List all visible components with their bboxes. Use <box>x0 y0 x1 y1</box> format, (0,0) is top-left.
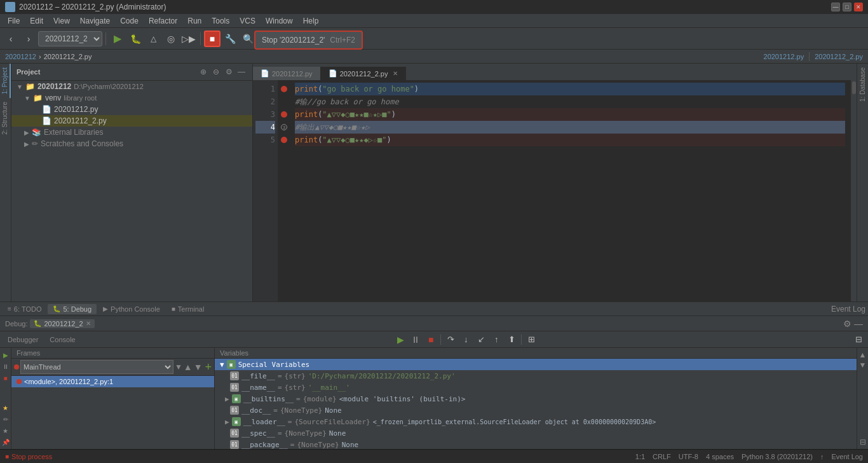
stop-debug-button[interactable]: ■ <box>424 333 438 347</box>
resume-button[interactable]: ▶ <box>393 333 407 347</box>
open-file-2-tab[interactable]: 20201212_2.py <box>815 53 863 60</box>
var-loader-expand[interactable]: ▶ <box>225 418 229 426</box>
console-tab[interactable]: Console <box>44 335 80 345</box>
menu-file[interactable]: File <box>3 15 25 27</box>
tree-expand-ext[interactable]: ▶ <box>24 129 29 136</box>
bottom-tab-todo[interactable]: ≡ 6: TODO <box>3 304 46 314</box>
profile-button[interactable]: ◎ <box>163 31 179 47</box>
project-panel-expand-all[interactable]: ⊕ <box>198 66 209 78</box>
debugger-tab[interactable]: Debugger <box>3 335 43 345</box>
step-out-button[interactable]: ↑ <box>489 333 503 347</box>
vtab-structure[interactable]: 2: Structure <box>0 98 11 139</box>
debug-panel-scroll-up[interactable]: ▲ <box>859 350 867 359</box>
bottom-tab-python-console[interactable]: ▶ Python Console <box>98 304 165 314</box>
bookmark-btn[interactable]: ★ <box>1 426 10 435</box>
debug-run-tab[interactable]: 🐛 20201212_2 ✕ <box>30 319 94 328</box>
menu-edit[interactable]: Edit <box>25 15 48 27</box>
run-config-button[interactable]: ▷▶ <box>180 31 197 47</box>
menu-tools[interactable]: Tools <box>207 15 234 27</box>
bottom-tab-terminal[interactable]: ■ Terminal <box>166 304 210 314</box>
var-file[interactable]: 01 __file__ = {str} 'D:/Pycharm/20201212… <box>215 370 857 382</box>
menu-help[interactable]: Help <box>298 15 324 27</box>
edit-btn[interactable]: ✏ <box>1 415 10 424</box>
editor-scrollbar[interactable] <box>850 80 857 301</box>
tree-file2[interactable]: 📄 20201212_2.py <box>11 115 252 127</box>
close-button[interactable]: ✕ <box>854 3 863 11</box>
var-spec[interactable]: 01 __spec__ = {NoneType} None <box>215 427 857 439</box>
forward-button[interactable]: › <box>20 31 37 47</box>
step-over-button[interactable]: ↷ <box>444 333 458 347</box>
bp-1[interactable] <box>278 83 290 95</box>
line-ending[interactable]: CRLF <box>653 453 671 460</box>
favorites-btn[interactable]: ★ <box>1 403 10 412</box>
step-into-button[interactable]: ↓ <box>459 333 473 347</box>
menu-vcs[interactable]: VCS <box>234 15 261 27</box>
process-stop-indicator[interactable]: ■ Stop process <box>5 453 52 460</box>
vtab-database[interactable]: 1: Database <box>858 64 867 106</box>
special-variables-item[interactable]: ▼ ▣ Special Variables <box>215 359 857 370</box>
debug-settings-btn[interactable]: ⊟ <box>851 333 865 347</box>
debug-panel-scroll-down[interactable]: ▼ <box>859 361 867 370</box>
tree-expand-root[interactable]: ▼ <box>17 83 23 90</box>
maximize-button[interactable]: □ <box>843 3 851 11</box>
debug-settings-icon[interactable]: ⚙ <box>843 319 851 329</box>
code-editor[interactable]: print("go back or go home") #输//go back … <box>290 80 850 301</box>
menu-code[interactable]: Code <box>115 15 144 27</box>
indent-setting[interactable]: 4 spaces <box>706 453 734 460</box>
debug-minimize-icon[interactable]: — <box>854 319 863 329</box>
run-button[interactable]: ▶ <box>109 31 126 47</box>
bp-3[interactable] <box>278 108 290 121</box>
editor-tab-2[interactable]: 📄 20201212_2.py ✕ <box>321 67 407 80</box>
debug-resume-sidebar[interactable]: ▶ <box>1 350 10 359</box>
debug-button[interactable]: 🐛 <box>127 31 144 47</box>
menu-view[interactable]: View <box>48 15 75 27</box>
var-doc[interactable]: 01 __doc__ = {NoneType} None <box>215 404 857 416</box>
special-vars-expand[interactable]: ▼ <box>220 361 224 369</box>
frames-up[interactable]: ▲ <box>184 362 193 372</box>
back-button[interactable]: ‹ <box>3 31 19 47</box>
pause-button[interactable]: ⏸ <box>409 333 423 347</box>
encoding[interactable]: UTF-8 <box>679 453 698 460</box>
breadcrumb-project[interactable]: 20201212 <box>5 53 36 60</box>
wrench-button[interactable]: 🔧 <box>222 31 238 47</box>
project-panel-collapse-all[interactable]: ⊖ <box>210 66 222 78</box>
minimize-button[interactable]: — <box>831 3 840 11</box>
menu-window[interactable]: Window <box>261 15 298 27</box>
recent-files-combo[interactable]: 20201212_2 <box>38 31 102 46</box>
tree-expand-scratches[interactable]: ▶ <box>24 141 29 148</box>
menu-refactor[interactable]: Refactor <box>144 15 182 27</box>
tree-ext-libs[interactable]: ▶ 📚 External Libraries <box>11 127 252 138</box>
tree-expand-venv[interactable]: ▼ <box>24 95 31 102</box>
event-log-status[interactable]: Event Log <box>831 453 863 460</box>
thread-selector[interactable]: MainThread <box>20 360 173 374</box>
cursor-position[interactable]: 1:1 <box>635 453 645 460</box>
event-log-link[interactable]: Event Log <box>831 305 865 314</box>
var-name[interactable]: 01 __name__ = {str} '__main__' <box>215 382 857 393</box>
var-builtins-expand[interactable]: ▶ <box>225 395 229 403</box>
menu-navigate[interactable]: Navigate <box>75 15 115 27</box>
var-builtins[interactable]: ▶ ▣ __builtins__ = {module} <module 'bui… <box>215 393 857 404</box>
menu-run[interactable]: Run <box>182 15 207 27</box>
project-panel-minimize[interactable]: — <box>236 66 247 78</box>
pin-btn[interactable]: 📌 <box>1 438 10 446</box>
project-panel-settings[interactable]: ⚙ <box>223 66 234 78</box>
vtab-project[interactable]: 1: Project <box>0 64 11 98</box>
tree-venv[interactable]: ▼ 📁 venv library root <box>11 92 252 104</box>
frames-down[interactable]: ▼ <box>194 362 203 372</box>
debug-pause-sidebar[interactable]: ⏸ <box>1 362 10 371</box>
python-version[interactable]: Python 3.8 (20201212) <box>742 453 813 460</box>
var-loader[interactable]: ▶ ▣ __loader__ = {SourceFileLoader} <_fr… <box>215 416 857 427</box>
stop-button[interactable]: ■ <box>204 31 220 47</box>
frame-item-1[interactable]: <module>, 20201212_2.py:1 <box>11 376 214 387</box>
bottom-tab-debug[interactable]: 🐛 5: Debug <box>48 304 97 314</box>
tree-scratches[interactable]: ▶ ✏ Scratches and Consoles <box>11 138 252 149</box>
debug-stop-sidebar[interactable]: ■ <box>1 373 10 382</box>
step-into-my-code[interactable]: ↙ <box>474 333 488 347</box>
debug-run-close[interactable]: ✕ <box>86 320 91 327</box>
thread-expand[interactable]: ▼ <box>175 363 182 371</box>
frames-grid-button[interactable]: ⊞ <box>524 333 538 347</box>
coverage-button[interactable]: △ <box>145 31 161 47</box>
debug-panel-layout[interactable]: ⊟ <box>860 438 866 446</box>
tree-root[interactable]: ▼ 📁 20201212 D:\Pycharm\20201212 <box>11 81 252 92</box>
tree-file1[interactable]: 📄 20201212.py <box>11 104 252 115</box>
